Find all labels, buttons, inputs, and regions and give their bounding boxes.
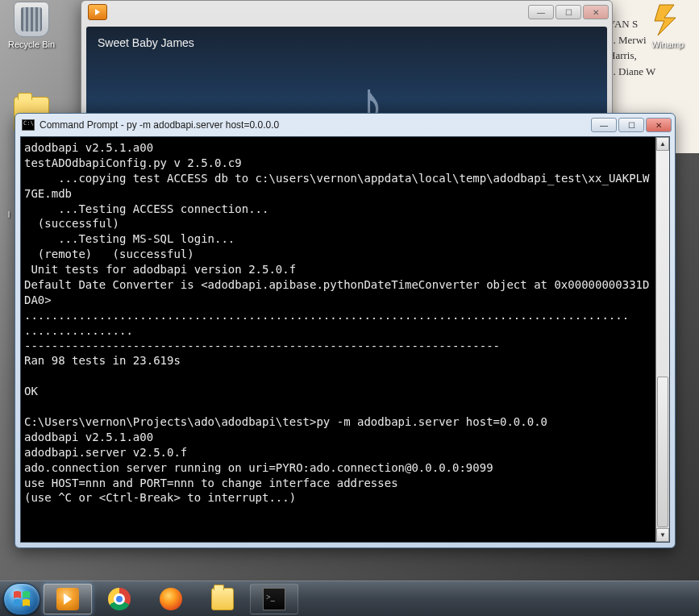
desktop-icon-recycle-bin[interactable]: Recycle Bin: [3, 2, 60, 49]
recycle-bin-icon: [14, 2, 49, 37]
taskbar-item-firefox[interactable]: [147, 584, 195, 614]
file-explorer-icon: [211, 588, 234, 610]
cmd-window-icon: [22, 119, 35, 131]
firefox-icon: [160, 588, 182, 610]
wmp-minimize-button[interactable]: —: [528, 5, 554, 19]
taskbar-item-explorer[interactable]: [198, 584, 247, 614]
window-command-prompt[interactable]: Command Prompt - py -m adodbapi.server h…: [15, 113, 676, 548]
taskbar[interactable]: [0, 581, 699, 616]
recycle-bin-label: Recycle Bin: [3, 40, 60, 49]
wmp-titlebar[interactable]: — ☐ ✕: [81, 1, 612, 23]
windows-logo-icon: [11, 589, 32, 610]
cmd-output[interactable]: adodbapi v2.5.1.a00 testADOdbapiConfig.p…: [21, 137, 655, 542]
cmd-client-area: adodbapi v2.5.1.a00 testADOdbapiConfig.p…: [20, 136, 670, 543]
svg-marker-0: [655, 5, 676, 35]
wmp-play-indicator-icon[interactable]: [88, 4, 107, 20]
cmd-title: Command Prompt - py -m adodbapi.server h…: [40, 119, 589, 131]
cmd-scrollbar[interactable]: ▲ ▼: [655, 137, 669, 542]
cmd-titlebar[interactable]: Command Prompt - py -m adodbapi.server h…: [15, 114, 675, 136]
scroll-up-button[interactable]: ▲: [656, 137, 669, 151]
winamp-label: Winamp: [639, 40, 696, 49]
chrome-icon: [108, 588, 131, 610]
taskbar-item-media-player[interactable]: [44, 584, 92, 614]
start-button[interactable]: [3, 583, 40, 615]
cmd-close-button[interactable]: ✕: [646, 118, 672, 132]
taskbar-item-chrome[interactable]: [95, 584, 144, 614]
wmp-close-button[interactable]: ✕: [583, 5, 609, 19]
desktop-icon-winamp[interactable]: Winamp: [639, 2, 696, 49]
taskbar-item-cmd[interactable]: [250, 584, 298, 614]
media-player-icon: [56, 588, 79, 610]
cmd-minimize-button[interactable]: —: [591, 118, 617, 132]
scroll-track[interactable]: [656, 151, 669, 528]
cmd-icon: [263, 588, 285, 610]
wmp-maximize-button[interactable]: ☐: [555, 5, 581, 19]
wmp-track-title: Sweet Baby James: [98, 36, 194, 49]
scroll-thumb[interactable]: [657, 377, 668, 527]
cmd-maximize-button[interactable]: ☐: [618, 118, 644, 132]
scroll-down-button[interactable]: ▼: [656, 528, 669, 542]
winamp-icon: [650, 2, 685, 37]
